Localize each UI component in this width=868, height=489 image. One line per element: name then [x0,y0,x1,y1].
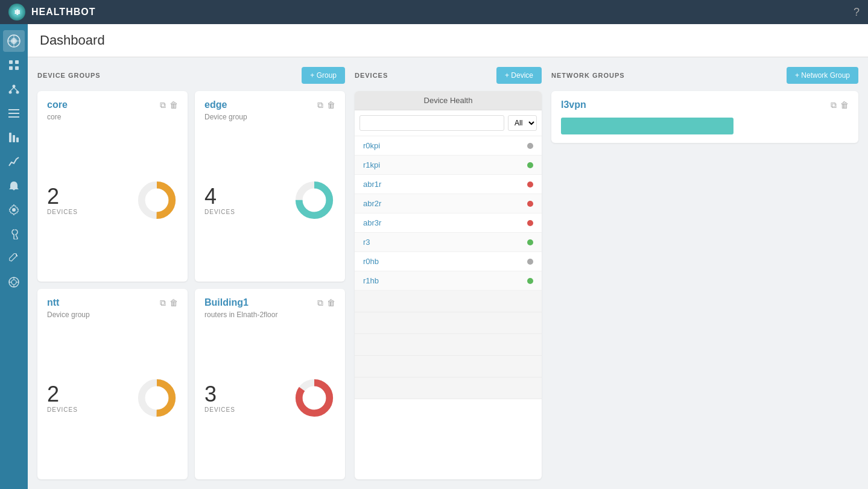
card-actions-ntt: ⧉ 🗑 [160,298,178,308]
device-row-r1hb[interactable]: r1hb [355,271,542,291]
count-edge: 4 [204,186,235,207]
sidebar-item-dashboard[interactable] [3,54,25,76]
sidebar [0,24,28,489]
svg-rect-7 [15,66,19,70]
sidebar-item-chart[interactable] [3,151,25,172]
device-group-card-core[interactable]: core ⧉ 🗑 core 2 DEVICES [37,91,188,282]
device-name-abr3r: abr3r [363,218,381,227]
copy-icon-core[interactable]: ⧉ [160,100,166,110]
device-row-abr3r[interactable]: abr3r [355,213,542,233]
copy-icon-l3vpn[interactable]: ⧉ [831,100,837,110]
card-name-core: core [47,99,68,110]
add-network-group-button[interactable]: + Network Group [787,67,858,84]
device-row-r3[interactable]: r3 [355,233,542,252]
delete-icon-ntt[interactable]: 🗑 [169,298,178,308]
sidebar-item-tools[interactable] [3,223,25,245]
status-dot-r1hb [527,278,533,284]
card-header-ntt: ntt ⧉ 🗑 [47,297,178,308]
status-dot-r0hb [527,259,533,265]
device-row-empty-1 [355,291,542,312]
network-group-card-l3vpn[interactable]: l3vpn ⧉ 🗑 [551,91,858,143]
svg-rect-6 [9,66,13,70]
sidebar-item-support[interactable] [3,271,25,293]
device-search-input[interactable] [360,115,504,131]
devices-column: DEVICES + Device Device Health All r0kpi [355,67,542,479]
sidebar-item-alerts[interactable] [3,175,25,197]
ng-card-name-l3vpn: l3vpn [561,99,586,110]
svg-point-8 [13,85,16,88]
svg-rect-17 [13,135,15,142]
device-groups-label: DEVICE GROUPS [37,72,101,79]
card-body-edge: 4 DEVICES [204,127,335,273]
device-groups-header: DEVICE GROUPS + Group [37,67,345,84]
card-desc-core: core [47,113,178,121]
status-dot-abr3r [527,220,533,226]
help-icon[interactable]: ? [854,6,860,19]
device-name-r0hb: r0hb [363,257,379,266]
add-device-button[interactable]: + Device [496,67,542,84]
app-logo: ❄ [8,4,25,21]
device-row-r1kpi[interactable]: r1kpi [355,156,542,175]
device-row-abr2r[interactable]: abr2r [355,194,542,213]
card-desc-ntt: Device group [47,311,178,319]
delete-icon-core[interactable]: 🗑 [169,100,178,110]
device-groups-grid: core ⧉ 🗑 core 2 DEVICES [37,91,345,479]
app-title: HEALTHBOT [31,7,854,17]
count-area-ntt: 2 DEVICES [47,383,78,413]
status-dot-abr1r [527,181,533,188]
device-row-empty-2 [355,312,542,334]
status-dot-abr2r [527,201,533,207]
ng-card-actions-l3vpn: ⧉ 🗑 [831,100,849,110]
page-header: Dashboard [28,24,868,57]
topbar: ❄ HEALTHBOT ? [0,0,868,24]
add-group-button[interactable]: + Group [302,67,345,84]
device-row-abr1r[interactable]: abr1r [355,175,542,194]
svg-point-10 [16,91,19,94]
device-group-card-ntt[interactable]: ntt ⧉ 🗑 Device group 2 DEVICES [37,289,188,479]
copy-icon-ntt[interactable]: ⧉ [160,298,166,308]
count-building1: 3 [204,383,235,405]
ng-card-header-l3vpn: l3vpn ⧉ 🗑 [561,99,849,110]
copy-icon-building1[interactable]: ⧉ [317,298,323,308]
card-body-core: 2 DEVICES [47,127,178,273]
delete-icon-l3vpn[interactable]: 🗑 [840,100,849,110]
sidebar-item-data[interactable] [3,127,25,148]
device-filter-select[interactable]: All [508,115,537,131]
devices-panel-header: Device Health [355,91,542,110]
device-group-card-building1[interactable]: Building1 ⧉ 🗑 routers in Elnath-2floor 3… [195,289,345,479]
card-body-building1: 3 DEVICES [204,325,335,471]
devices-list: r0kpi r1kpi abr1r abr2r [355,136,542,479]
devices-header: DEVICES + Device [355,67,542,84]
status-dot-r1kpi [527,162,533,168]
device-row-empty-4 [355,356,542,377]
donut-building1 [293,377,335,419]
device-row-r0hb[interactable]: r0hb [355,252,542,271]
network-groups-label: NETWORK GROUPS [551,72,625,79]
sidebar-item-list[interactable] [3,103,25,124]
network-groups-header: NETWORK GROUPS + Network Group [551,67,858,84]
delete-icon-edge[interactable]: 🗑 [327,100,335,110]
devices-label: DEVICES [355,72,388,79]
ng-bar-l3vpn [561,118,733,134]
svg-rect-5 [15,60,19,64]
device-name-r0kpi: r0kpi [363,141,380,150]
device-row-r0kpi[interactable]: r0kpi [355,136,542,156]
donut-edge [293,179,335,221]
sidebar-item-logo[interactable] [3,30,25,52]
sidebar-item-edit[interactable] [3,247,25,269]
network-groups-column: NETWORK GROUPS + Network Group l3vpn ⧉ 🗑 [551,67,858,479]
count-ntt: 2 [47,383,78,405]
svg-point-9 [9,91,12,94]
svg-point-22 [11,280,16,285]
svg-line-12 [14,87,17,91]
count-area-building1: 3 DEVICES [204,383,235,413]
sidebar-item-settings[interactable] [3,199,25,221]
donut-ntt [136,377,178,419]
delete-icon-building1[interactable]: 🗑 [327,298,335,308]
device-name-r3: r3 [363,238,370,247]
sidebar-item-topology[interactable] [3,78,25,100]
device-group-card-edge[interactable]: edge ⧉ 🗑 Device group 4 DEVICES [195,91,345,282]
card-desc-edge: Device group [204,113,335,121]
devices-panel: Device Health All r0kpi r1kpi [355,91,542,479]
copy-icon-edge[interactable]: ⧉ [317,100,323,110]
